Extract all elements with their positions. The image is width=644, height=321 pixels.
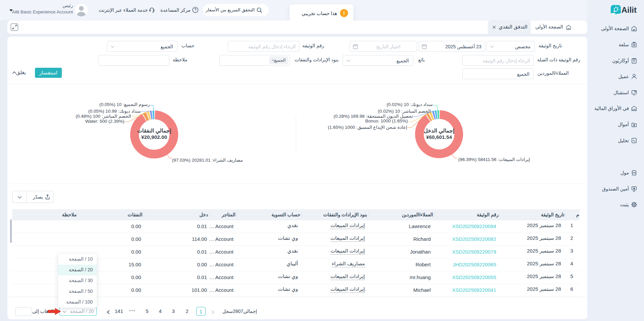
svg-text:intl: intl — [614, 13, 617, 15]
